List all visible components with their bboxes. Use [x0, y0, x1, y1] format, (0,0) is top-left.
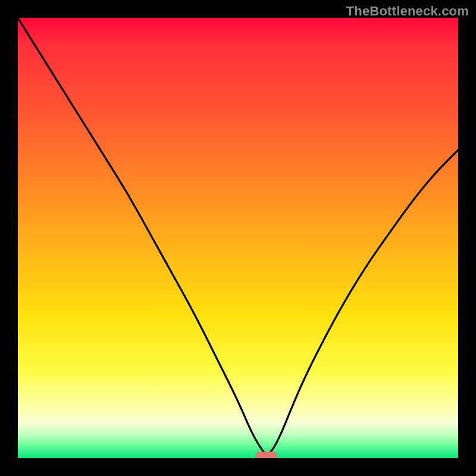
plot-area: [18, 18, 458, 458]
watermark-text: TheBottleneck.com: [346, 4, 469, 19]
minimum-marker: [256, 452, 277, 458]
bottleneck-curve: [18, 18, 458, 458]
curve-path: [18, 18, 458, 454]
chart-frame: TheBottleneck.com: [0, 0, 476, 476]
